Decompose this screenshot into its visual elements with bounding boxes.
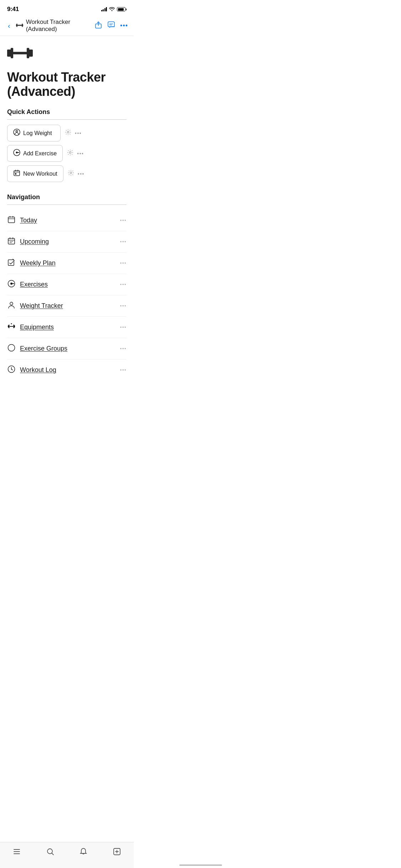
new-workout-label: New Workout	[23, 171, 57, 177]
nav-title: Workout Tracker (Advanced)	[26, 19, 91, 33]
log-weight-dots-icon[interactable]: •••	[75, 130, 82, 136]
nav-dumbbell-icon	[16, 22, 23, 30]
today-label: Today	[20, 217, 37, 224]
upcoming-icon	[7, 237, 16, 247]
svg-point-30	[10, 302, 13, 305]
signal-icon	[101, 7, 107, 11]
svg-rect-11	[13, 52, 27, 54]
new-workout-gear-icon[interactable]	[68, 170, 74, 178]
today-icon	[7, 216, 16, 225]
workout-log-dots[interactable]: •••	[120, 367, 127, 373]
svg-rect-10	[11, 48, 13, 58]
nav-item-equipments[interactable]: Equipments •••	[7, 317, 127, 338]
quick-actions-section: Quick Actions Log Weight	[7, 108, 127, 182]
upcoming-label: Upcoming	[20, 238, 49, 246]
app-icon	[7, 45, 127, 63]
weight-tracker-icon	[7, 301, 16, 311]
svg-rect-6	[108, 22, 114, 27]
quick-actions-divider	[7, 119, 127, 120]
svg-point-37	[8, 345, 15, 351]
svg-rect-13	[28, 50, 33, 57]
nav-item-workout-log[interactable]: Workout Log •••	[7, 360, 127, 381]
exercise-groups-label: Exercise Groups	[20, 345, 67, 352]
equipments-dots[interactable]: •••	[120, 325, 127, 330]
new-workout-button[interactable]: New Workout	[7, 165, 63, 182]
weekly-plan-label: Weekly Plan	[20, 259, 56, 267]
svg-rect-35	[10, 326, 14, 327]
svg-rect-3	[22, 24, 22, 27]
svg-point-19	[70, 152, 71, 154]
upcoming-dots[interactable]: •••	[120, 239, 127, 244]
workout-log-label: Workout Log	[20, 366, 56, 374]
equipments-icon	[7, 322, 16, 332]
svg-rect-1	[16, 24, 17, 27]
weight-tracker-dots[interactable]: •••	[120, 303, 127, 309]
log-weight-icon	[13, 129, 20, 138]
navigation-section: Navigation Today •••	[7, 193, 127, 381]
exercise-groups-dots[interactable]: •••	[120, 346, 127, 351]
svg-rect-32	[9, 325, 10, 328]
add-exercise-row: Add Exercise •••	[7, 145, 127, 162]
weight-tracker-label: Weight Tracker	[20, 302, 63, 310]
svg-point-36	[11, 323, 12, 324]
new-workout-controls: •••	[68, 170, 84, 178]
add-exercise-icon	[13, 149, 20, 158]
svg-rect-20	[14, 171, 20, 176]
new-workout-row: New Workout •••	[7, 165, 127, 182]
more-button[interactable]: •••	[120, 22, 128, 30]
dumbbell-large-icon	[7, 45, 33, 62]
nav-item-today[interactable]: Today •••	[7, 210, 127, 231]
nav-bar: ‹ Workout Tracker (Advanced)	[0, 16, 134, 36]
nav-item-upcoming[interactable]: Upcoming •••	[7, 231, 127, 253]
exercises-label: Exercises	[20, 281, 48, 288]
wifi-icon	[109, 6, 115, 12]
navigation-divider	[7, 205, 127, 205]
nav-item-exercises[interactable]: Exercises •••	[7, 274, 127, 295]
status-icons	[101, 6, 127, 12]
weekly-plan-dots[interactable]: •••	[120, 260, 127, 266]
back-button[interactable]: ‹	[6, 20, 12, 31]
svg-rect-23	[8, 217, 15, 223]
log-weight-gear-icon[interactable]	[65, 129, 71, 137]
share-button[interactable]	[94, 21, 102, 31]
page-content: Workout Tracker (Advanced) Quick Actions…	[0, 36, 134, 423]
svg-rect-21	[15, 173, 16, 175]
exercise-groups-icon	[7, 344, 16, 353]
log-weight-controls: •••	[65, 129, 82, 137]
navigation-header: Navigation	[7, 193, 127, 201]
nav-item-exercise-groups[interactable]: Exercise Groups •••	[7, 338, 127, 360]
exercises-dots[interactable]: •••	[120, 282, 127, 287]
add-exercise-button[interactable]: Add Exercise	[7, 145, 63, 162]
svg-point-16	[67, 131, 69, 133]
new-workout-dots-icon[interactable]: •••	[78, 171, 84, 177]
svg-rect-27	[8, 260, 14, 265]
nav-actions: •••	[94, 21, 128, 31]
svg-rect-4	[17, 25, 22, 26]
add-exercise-label: Add Exercise	[23, 150, 57, 157]
weekly-plan-icon	[7, 258, 16, 268]
svg-point-22	[70, 172, 72, 174]
svg-rect-34	[14, 325, 15, 328]
svg-rect-24	[8, 238, 15, 244]
log-weight-label: Log Weight	[23, 130, 52, 136]
log-weight-row: Log Weight •••	[7, 125, 127, 141]
nav-title-area: Workout Tracker (Advanced)	[16, 19, 91, 33]
nav-item-weekly-plan[interactable]: Weekly Plan •••	[7, 253, 127, 274]
page-title: Workout Tracker (Advanced)	[7, 70, 127, 98]
add-exercise-controls: •••	[67, 149, 84, 157]
exercises-icon	[7, 280, 16, 289]
svg-point-29	[10, 283, 12, 285]
equipments-label: Equipments	[20, 324, 54, 331]
workout-log-icon	[7, 365, 16, 375]
add-exercise-gear-icon[interactable]	[67, 149, 73, 157]
new-workout-icon	[13, 169, 20, 178]
status-time: 9:41	[7, 6, 19, 13]
battery-icon	[117, 7, 127, 11]
nav-item-weight-tracker[interactable]: Weight Tracker •••	[7, 295, 127, 317]
message-button[interactable]	[107, 21, 115, 31]
add-exercise-dots-icon[interactable]: •••	[77, 151, 84, 156]
log-weight-button[interactable]: Log Weight	[7, 125, 61, 141]
today-dots[interactable]: •••	[120, 218, 127, 223]
svg-point-18	[16, 152, 18, 154]
quick-actions-header: Quick Actions	[7, 108, 127, 116]
